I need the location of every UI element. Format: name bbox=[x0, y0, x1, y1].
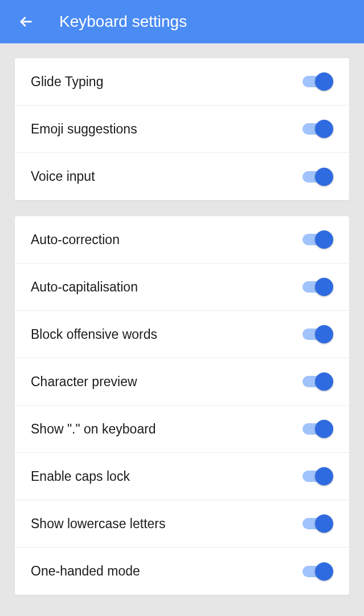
setting-label: Voice input bbox=[31, 169, 95, 184]
toggle-thumb bbox=[315, 168, 333, 186]
setting-label: Emoji suggestions bbox=[31, 121, 137, 137]
setting-label: Auto-correction bbox=[31, 232, 120, 248]
toggle-auto-capitalisation[interactable] bbox=[302, 277, 333, 297]
setting-label: Auto-capitalisation bbox=[31, 279, 138, 295]
setting-label: Block offensive words bbox=[31, 327, 157, 342]
setting-row-one-handed[interactable]: One-handed mode bbox=[15, 548, 349, 595]
setting-label: Show "." on keyboard bbox=[31, 422, 156, 437]
toggle-one-handed[interactable] bbox=[302, 562, 333, 581]
toggle-thumb bbox=[315, 278, 333, 296]
toggle-thumb bbox=[315, 72, 333, 91]
toggle-glide-typing[interactable] bbox=[302, 72, 333, 91]
setting-row-block-offensive[interactable]: Block offensive words bbox=[15, 311, 349, 358]
setting-row-show-period[interactable]: Show "." on keyboard bbox=[15, 406, 349, 453]
toggle-block-offensive[interactable] bbox=[302, 325, 333, 344]
toggle-thumb bbox=[315, 372, 333, 391]
setting-label: Glide Typing bbox=[31, 74, 103, 90]
toggle-auto-correction[interactable] bbox=[302, 230, 333, 249]
page-title: Keyboard settings bbox=[59, 13, 187, 31]
toggle-caps-lock[interactable] bbox=[302, 467, 333, 486]
settings-group-1: Glide Typing Emoji suggestions Voice inp… bbox=[15, 58, 349, 200]
toggle-thumb bbox=[315, 514, 333, 533]
settings-content: Glide Typing Emoji suggestions Voice inp… bbox=[0, 43, 364, 616]
setting-row-character-preview[interactable]: Character preview bbox=[15, 358, 349, 406]
toggle-character-preview[interactable] bbox=[302, 372, 333, 391]
back-button[interactable] bbox=[14, 10, 36, 33]
toggle-thumb bbox=[315, 420, 333, 438]
setting-label: One-handed mode bbox=[31, 564, 140, 579]
setting-row-auto-capitalisation[interactable]: Auto-capitalisation bbox=[15, 264, 349, 311]
setting-label: Character preview bbox=[31, 374, 137, 390]
setting-row-lowercase-letters[interactable]: Show lowercase letters bbox=[15, 500, 349, 548]
toggle-thumb bbox=[315, 562, 333, 581]
toggle-thumb bbox=[315, 120, 333, 138]
toggle-voice-input[interactable] bbox=[302, 167, 333, 187]
toggle-thumb bbox=[315, 325, 333, 343]
setting-label: Show lowercase letters bbox=[31, 516, 166, 532]
toggle-show-period[interactable] bbox=[302, 419, 333, 439]
toggle-emoji-suggestions[interactable] bbox=[302, 119, 333, 139]
toggle-lowercase-letters[interactable] bbox=[302, 514, 333, 533]
setting-label: Enable caps lock bbox=[31, 469, 130, 484]
back-arrow-icon bbox=[17, 14, 33, 30]
setting-row-glide-typing[interactable]: Glide Typing bbox=[15, 58, 349, 106]
toggle-thumb bbox=[315, 467, 333, 485]
toggle-thumb bbox=[315, 230, 333, 249]
setting-row-auto-correction[interactable]: Auto-correction bbox=[15, 216, 349, 264]
setting-row-emoji-suggestions[interactable]: Emoji suggestions bbox=[15, 106, 349, 153]
settings-group-2: Auto-correction Auto-capitalisation Bloc… bbox=[15, 216, 349, 595]
app-header: Keyboard settings bbox=[0, 0, 364, 43]
setting-row-voice-input[interactable]: Voice input bbox=[15, 153, 349, 200]
setting-row-caps-lock[interactable]: Enable caps lock bbox=[15, 453, 349, 500]
